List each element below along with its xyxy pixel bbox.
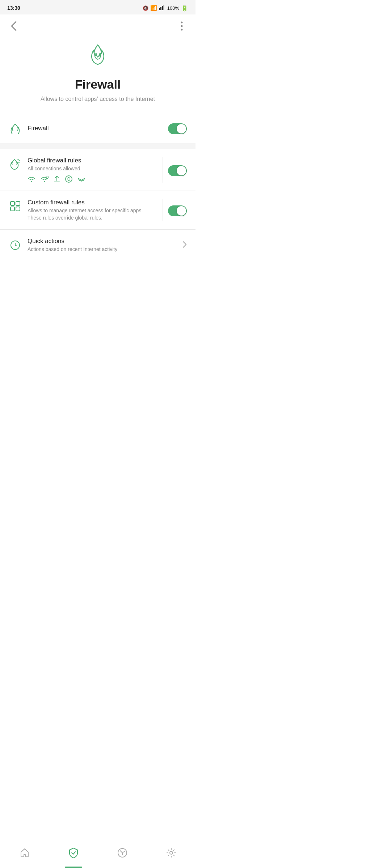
quick-actions-icon [9, 239, 22, 252]
global-rules-toggle-container [163, 157, 188, 183]
signal-icon [159, 5, 165, 11]
status-icons: 🔇 📶 100% 🔋 [143, 5, 188, 12]
data-up-icon [54, 175, 60, 183]
data-updown-icon [65, 175, 72, 183]
wifi-metered-icon [41, 176, 49, 182]
global-rules-icon [9, 158, 22, 171]
mute-icon: 🔇 [143, 5, 148, 11]
battery-icon: 🔋 [181, 5, 188, 12]
custom-rules-title: Custom firewall rules [28, 199, 157, 206]
svg-line-7 [18, 159, 18, 160]
firewall-section: Firewall [0, 114, 196, 143]
page-title: Firewall [75, 77, 121, 92]
global-rules-toggle[interactable] [168, 165, 187, 176]
more-button[interactable] [175, 20, 188, 33]
toggle-thumb [177, 166, 186, 175]
chevron-right-icon [182, 241, 187, 250]
custom-rules-section: Custom firewall rules Allows to manage I… [0, 191, 196, 229]
quick-actions-desc: Actions based on recent Internet activit… [28, 246, 177, 253]
global-rules-content: Global firewall rules All connections al… [28, 157, 157, 183]
firewall-toggle[interactable] [168, 123, 187, 134]
wifi-conn-icon [28, 176, 35, 182]
svg-rect-14 [10, 207, 14, 211]
svg-rect-15 [16, 207, 20, 211]
firewall-icon [9, 122, 22, 135]
svg-point-5 [181, 25, 183, 27]
quick-actions-content: Quick actions Actions based on recent In… [28, 238, 177, 253]
toggle-thumb [177, 206, 186, 216]
svg-point-4 [181, 22, 183, 24]
custom-rules-toggle-container [163, 199, 188, 221]
connection-icons [28, 175, 157, 183]
status-time: 13:30 [7, 5, 20, 11]
global-rules-title: Global firewall rules [28, 157, 157, 164]
svg-rect-3 [163, 5, 164, 10]
quick-actions-title: Quick actions [28, 238, 177, 245]
firewall-title: Firewall [28, 125, 162, 132]
global-rules-section: Global firewall rules All connections al… [0, 149, 196, 191]
svg-rect-13 [16, 201, 20, 205]
page-subtitle: Allows to control apps' access to the In… [41, 95, 155, 103]
wifi-icon: 📶 [150, 5, 157, 11]
svg-line-8 [19, 161, 20, 161]
airplane-icon [77, 175, 85, 183]
status-bar: 13:30 🔇 📶 100% 🔋 [0, 0, 196, 14]
quick-actions-section: Quick actions Actions based on recent In… [0, 230, 196, 261]
top-nav [0, 14, 196, 36]
svg-rect-0 [159, 8, 160, 10]
section-gap-1 [0, 143, 196, 149]
battery-text: 100% [167, 5, 179, 11]
custom-rules-row[interactable]: Custom firewall rules Allows to manage I… [7, 191, 188, 229]
svg-rect-1 [160, 7, 161, 10]
firewall-row[interactable]: Firewall [7, 114, 188, 143]
firewall-content: Firewall [28, 125, 162, 133]
svg-point-6 [181, 29, 183, 31]
custom-rules-icon [9, 200, 22, 213]
svg-rect-2 [162, 6, 163, 10]
custom-rules-desc: Allows to manage Internet access for spe… [28, 207, 157, 221]
svg-line-9 [18, 162, 19, 162]
custom-rules-content: Custom firewall rules Allows to manage I… [28, 199, 157, 221]
custom-rules-toggle[interactable] [168, 205, 187, 216]
back-button[interactable] [7, 20, 20, 33]
header-section: Firewall Allows to control apps' access … [0, 36, 196, 114]
quick-actions-row[interactable]: Quick actions Actions based on recent In… [7, 230, 188, 261]
global-rules-row[interactable]: Global firewall rules All connections al… [7, 149, 188, 191]
svg-point-11 [66, 176, 72, 182]
flame-icon [88, 43, 108, 72]
svg-rect-12 [10, 201, 14, 205]
global-rules-desc: All connections allowed [28, 165, 157, 173]
